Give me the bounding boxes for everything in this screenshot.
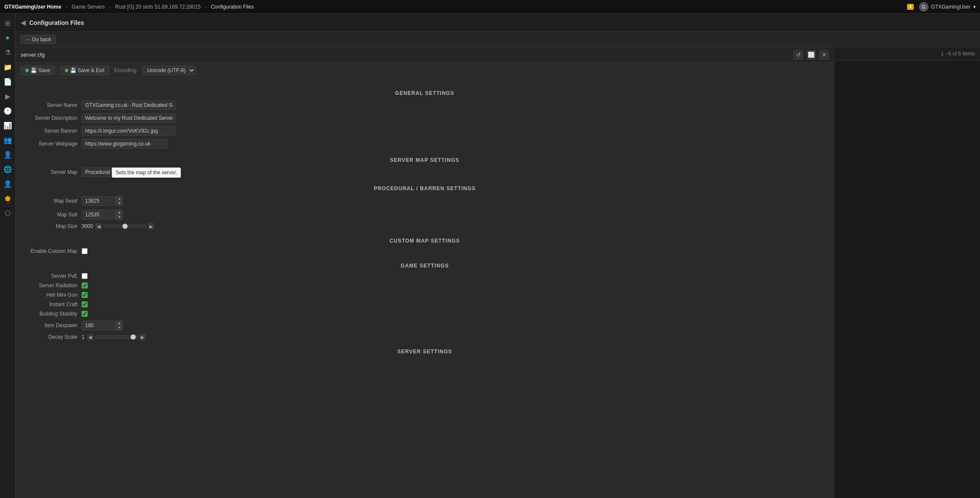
encoding-label: Encoding: [114,67,137,73]
enable-custom-map-checkbox[interactable] [82,248,88,254]
map-seed-input[interactable] [82,196,116,206]
server-webpage-input[interactable] [82,139,168,149]
editor-header-left: server.cfg [21,52,45,58]
map-salt-down[interactable]: ▼ [116,215,123,220]
custom-map-header: CUSTOM MAP SETTINGS [26,238,824,244]
dropdown-icon: ▾ [973,4,976,10]
sidebar-item-mod2[interactable]: ⬡ [1,206,15,220]
server-description-input[interactable] [82,113,176,123]
top-bar: GTXGamingUser Home › Game Servers › Rust… [0,0,980,14]
sidebar-item-stats[interactable]: 📊 [1,118,15,132]
go-back-button[interactable]: ← Go back [21,35,56,44]
heli-mini-gun-row: Heli Mini Gun [26,292,824,298]
notification-badge[interactable]: 4 [907,4,914,10]
map-size-slider-left[interactable]: ◀ [96,223,102,229]
save-exit-label: 💾 Save & Exit [70,67,104,73]
sidebar-item-schedule[interactable]: 🕐 [1,104,15,118]
server-map-label: Server Map [26,169,82,175]
item-despawn-down[interactable]: ▼ [116,325,123,331]
map-salt-up[interactable]: ▲ [116,210,123,215]
decay-scale-slider-left[interactable]: ◀ [87,334,93,340]
map-size-slider-thumb[interactable] [122,224,128,229]
item-despawn-stepper-btns: ▲ ▼ [116,320,123,331]
editor-header-controls: ↺ ⬜ ✕ [794,50,829,60]
item-despawn-input[interactable] [82,321,116,330]
map-seed-down[interactable]: ▼ [116,201,123,206]
sidebar-item-globe[interactable]: 🌐 [1,162,15,176]
editor-filename: server.cfg [21,52,45,58]
server-name-input[interactable] [82,100,176,110]
sidebar-item-mod1[interactable]: ⬟ [1,191,15,205]
map-size-value: 3000 [82,223,93,229]
heli-mini-gun-label: Heli Mini Gun [26,292,82,298]
sidebar-item-user[interactable]: 👤 [1,148,15,161]
instant-craft-checkbox[interactable] [82,301,88,307]
sidebar-item-terminal[interactable]: ▶ [1,89,15,103]
sidebar-item-profile[interactable]: 👤 [1,177,15,191]
map-seed-label: Map Seed [26,198,82,204]
instant-craft-label: Instant Craft [26,301,82,307]
breadcrumb-game-servers[interactable]: Game Servers [72,4,105,10]
sidebar-item-home[interactable]: ⊞ [1,16,15,30]
decay-scale-slider-right[interactable]: ▶ [140,334,146,340]
page-title: Configuration Files [29,19,84,26]
user-menu[interactable]: G GTXGamingUser ▾ [919,2,976,12]
sidebar-item-users[interactable]: 👥 [1,133,15,147]
decay-scale-slider-track[interactable] [95,335,138,339]
save-label: 💾 Save [31,67,50,73]
server-webpage-row: Server Webpage [26,139,824,149]
save-exit-button[interactable]: 💾 Save & Exit [60,66,109,75]
sidebar-item-folder[interactable]: 📁 [1,60,15,74]
encoding-select[interactable]: Unicode (UTF-8) ASCII UTF-16 [142,66,195,75]
close-button[interactable]: ✕ [819,50,829,60]
main-layout: ⊞ ● ⚗ 📁 📄 ▶ 🕐 📊 👥 👤 🌐 👤 ⬟ ⬡ ◀ Configurat… [0,14,980,498]
server-pve-checkbox[interactable] [82,273,88,279]
heli-mini-gun-checkbox[interactable] [82,292,88,298]
game-settings-header: GAME SETTINGS [26,263,824,269]
nav-arrow-icon: ◀ [21,18,26,27]
reload-button[interactable]: ↺ [794,50,803,60]
map-seed-up[interactable]: ▲ [116,196,123,201]
server-map-header: SERVER MAP SETTINGS [26,157,824,163]
server-settings-header: SERVER SETTINGS [26,349,824,355]
save-exit-dot [65,69,68,72]
sep1: › [66,4,67,10]
sidebar-item-power[interactable]: ● [1,31,15,45]
server-radiation-checkbox[interactable] [82,282,88,288]
decay-scale-slider-thumb[interactable] [131,334,136,340]
server-banner-row: Server Banner [26,126,824,136]
decay-scale-label: Decay Scale [26,334,82,340]
enable-custom-map-label: Enable Custom Map [26,248,82,254]
map-seed-row: Map Seed ▲ ▼ [26,196,824,206]
breadcrumb-server[interactable]: Rust [G] 20 slots 51.89.169.72:28015 [115,4,201,10]
instant-craft-row: Instant Craft [26,301,824,307]
right-panel-items-count: 1 - 6 of 6 items [834,47,980,61]
general-settings-header: GENERAL SETTINGS [26,90,824,96]
username-label: GTXGamingUser [931,4,971,10]
right-panel: 1 - 6 of 6 items [834,47,980,498]
app-logo: GTXGamingUser Home [4,4,61,10]
building-stability-checkbox[interactable] [82,311,88,317]
editor-body[interactable]: GENERAL SETTINGS Server Name Server Desc… [15,78,834,498]
sep3: › [205,4,207,10]
server-banner-input[interactable] [82,126,176,136]
go-back-bar: ← Go back [15,32,980,47]
sidebar-item-file[interactable]: 📄 [1,75,15,88]
map-salt-input[interactable] [82,210,116,219]
sidebar-item-flask[interactable]: ⚗ [1,46,15,59]
user-avatar: G [919,2,928,12]
server-description-label: Server Description [26,115,82,121]
server-banner-label: Server Banner [26,128,82,134]
map-size-label: Map Size [26,223,82,229]
server-radiation-label: Server Radiation [26,282,82,288]
maximize-button[interactable]: ⬜ [806,50,816,60]
item-despawn-up[interactable]: ▲ [116,320,123,325]
server-map-row: Server Map Procedural Map Barren Custom … [26,167,824,177]
server-pve-label: Server PvE [26,273,82,279]
save-button[interactable]: 💾 Save [21,66,55,75]
server-description-row: Server Description [26,113,824,123]
map-size-slider-right[interactable]: ▶ [148,223,154,229]
enable-custom-map-row: Enable Custom Map [26,248,824,254]
map-size-slider-track[interactable] [104,225,147,228]
building-stability-row: Building Stability [26,311,824,317]
